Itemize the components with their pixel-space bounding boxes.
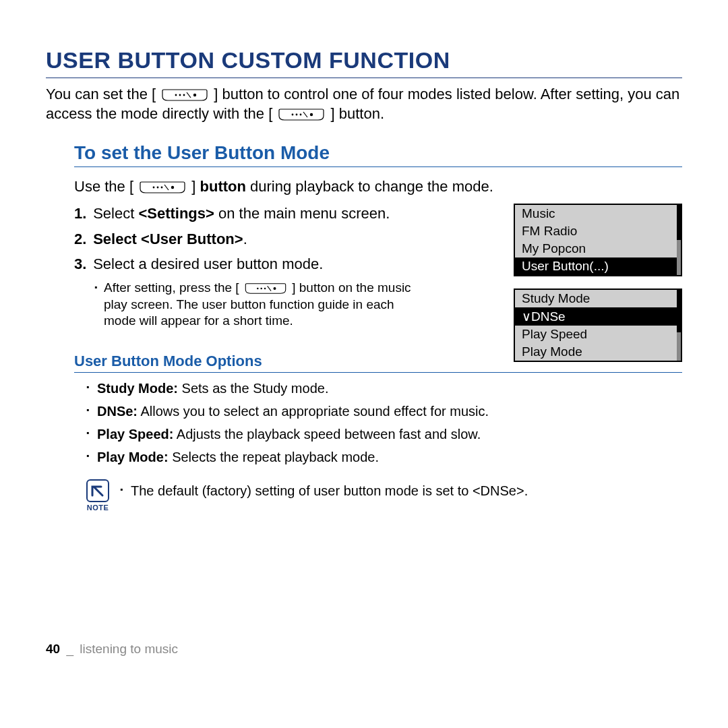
- svg-point-17: [264, 288, 266, 290]
- svg-point-16: [260, 288, 262, 290]
- svg-line-3: [187, 92, 191, 98]
- screen2-item-dnse: ∨DNSe: [515, 307, 681, 326]
- screen2-item-playspeed: Play Speed: [515, 326, 681, 343]
- option-1-bold: Study Mode:: [97, 381, 178, 396]
- screen1-item-fmradio: FM Radio: [515, 222, 681, 240]
- step-2-b: .: [243, 231, 247, 247]
- svg-point-7: [300, 113, 302, 115]
- screen1-item-userbutton: User Button(...): [515, 257, 681, 275]
- user-button-icon: [278, 108, 325, 121]
- user-button-icon: [139, 181, 186, 194]
- screen2-item-playmode: Play Mode: [515, 343, 681, 361]
- svg-point-0: [175, 94, 177, 96]
- scrollbar-thumb: [677, 205, 681, 240]
- svg-point-19: [273, 287, 276, 290]
- svg-line-18: [268, 286, 271, 291]
- scrollbar: [677, 290, 681, 361]
- option-3-text: Adjusts the playback speed between fast …: [173, 427, 481, 442]
- step-3-a: Select a desired user button mode.: [93, 255, 323, 272]
- step-1-bold: <Settings>: [138, 205, 214, 222]
- screen2-item-studymode: Study Mode: [515, 290, 681, 307]
- svg-point-1: [179, 94, 181, 96]
- note-icon: [86, 479, 109, 502]
- user-button-icon: [244, 282, 287, 295]
- step-2-bold: <User Button>: [141, 231, 243, 247]
- option-2-bold: DNSe:: [97, 404, 138, 419]
- svg-point-5: [292, 113, 294, 115]
- screen-preview-1: Music FM Radio My Popcon User Button(...…: [514, 204, 682, 276]
- footer-section: listening to music: [80, 642, 178, 656]
- option-2-text: Allows you to select an appropriate soun…: [138, 404, 489, 419]
- page-footer: 40 _ listening to music: [46, 642, 178, 657]
- svg-point-11: [157, 187, 159, 189]
- note-text: The default (factory) setting of user bu…: [120, 482, 528, 499]
- svg-point-12: [161, 187, 163, 189]
- lead-bold: button: [200, 178, 246, 195]
- check-icon: ∨: [522, 309, 531, 324]
- svg-point-4: [193, 94, 196, 96]
- lead-instruction: Use the [ ] button during playback to ch…: [74, 177, 682, 197]
- lead-c: during playback to change the mode.: [246, 178, 493, 195]
- intro-text-c: ] button.: [331, 105, 385, 122]
- note-label: NOTE: [86, 504, 109, 512]
- footer-sep: _: [66, 642, 73, 656]
- screen-preview-2: Study Mode ∨DNSe Play Speed Play Mode: [514, 289, 682, 362]
- step-1-b: on the main menu screen.: [214, 205, 390, 222]
- lead-b: ]: [191, 178, 200, 195]
- note-icon-wrap: NOTE: [86, 479, 109, 512]
- svg-line-13: [164, 185, 169, 190]
- intro-paragraph: You can set the [ ] button to control on…: [46, 85, 682, 123]
- svg-point-15: [257, 288, 259, 290]
- lead-a: Use the [: [74, 178, 133, 195]
- option-3-bold: Play Speed:: [97, 427, 173, 442]
- step-3-num: 3.: [74, 254, 89, 274]
- step-1-a: Select: [93, 205, 138, 222]
- svg-line-8: [303, 112, 307, 117]
- main-title: USER BUTTON CUSTOM FUNCTION: [46, 47, 682, 78]
- intro-text-a: You can set the [: [46, 86, 156, 102]
- step-1-num: 1.: [74, 204, 89, 224]
- user-button-icon: [161, 88, 208, 102]
- option-4-text: Selects the repeat playback mode.: [169, 450, 379, 464]
- screen1-item-music: Music: [515, 205, 681, 222]
- svg-point-2: [183, 94, 185, 96]
- option-dnse: DNSe: Allows you to select an appropriat…: [86, 402, 682, 420]
- svg-point-6: [296, 113, 298, 115]
- screen1-item-popcon: My Popcon: [515, 240, 681, 257]
- svg-point-10: [153, 187, 155, 189]
- svg-point-9: [310, 113, 313, 116]
- step-2-a: Select: [93, 231, 141, 247]
- section-title-set-mode: To set the User Button Mode: [74, 142, 682, 167]
- scrollbar-thumb: [677, 290, 681, 332]
- option-1-text: Sets as the Study mode.: [178, 381, 328, 396]
- step-2-num: 2.: [74, 229, 89, 249]
- svg-point-14: [171, 186, 174, 189]
- page-number: 40: [46, 642, 60, 656]
- bullet-a: After setting, press the [: [104, 280, 239, 295]
- option-play-mode: Play Mode: Selects the repeat playback m…: [86, 448, 682, 466]
- screen2-dnse-label: DNSe: [531, 309, 566, 324]
- option-study-mode: Study Mode: Sets as the Study mode.: [86, 380, 682, 397]
- step-3-bullet: After setting, press the [ ] button on t…: [94, 280, 414, 330]
- option-4-bold: Play Mode:: [97, 450, 169, 464]
- scrollbar: [677, 205, 681, 275]
- option-play-speed: Play Speed: Adjusts the playback speed b…: [86, 425, 682, 443]
